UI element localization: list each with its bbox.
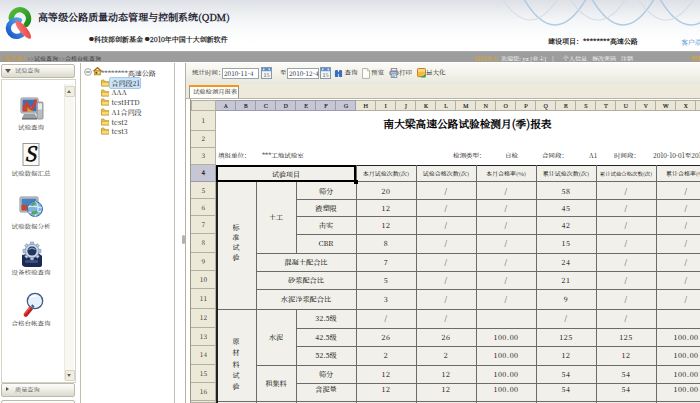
svg-text:15: 15 <box>263 71 269 79</box>
svg-text:15: 15 <box>322 71 328 79</box>
